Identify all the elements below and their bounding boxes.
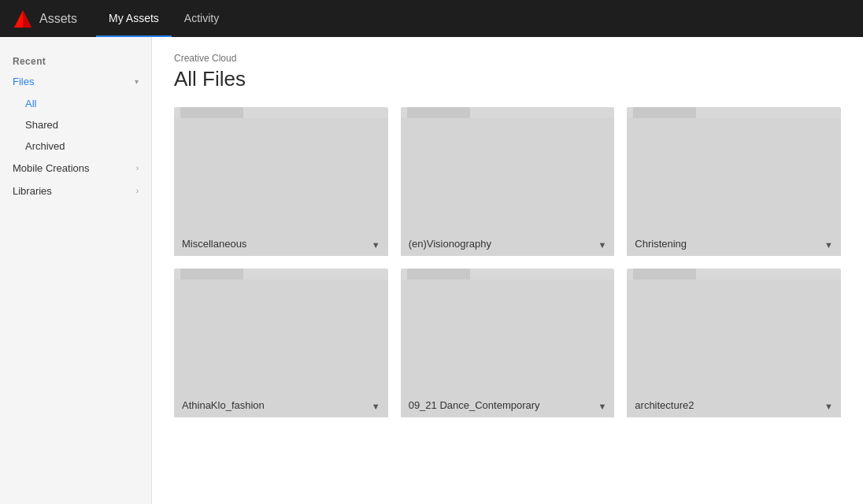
folder-body: 09_21 Dance_Contemporary ▼ — [401, 280, 615, 417]
folder-name: architecture2 — [635, 399, 694, 411]
app-title: Assets — [39, 12, 77, 26]
folder-tab — [180, 107, 243, 118]
folder-body: (en)Visionography ▼ — [401, 118, 615, 256]
recent-label: Recent — [0, 50, 151, 70]
folder-name: (en)Visionography — [409, 238, 491, 250]
folder-expand-icon[interactable]: ▼ — [824, 402, 833, 411]
folder-expand-icon[interactable]: ▼ — [824, 240, 833, 250]
folder-body: architecture2 ▼ — [627, 280, 841, 417]
folder-name: Christening — [635, 238, 687, 250]
folder-expand-icon[interactable]: ▼ — [372, 402, 380, 411]
breadcrumb: Creative Cloud — [174, 53, 841, 64]
sidebar: Recent Files ▾ All Shared Archived Mobil… — [0, 37, 152, 504]
folder-card[interactable]: AthinaKlo_fashion ▼ — [174, 269, 388, 417]
folder-expand-icon[interactable]: ▼ — [598, 240, 606, 250]
folder-expand-icon[interactable]: ▼ — [372, 240, 380, 250]
main-layout: Recent Files ▾ All Shared Archived Mobil… — [0, 37, 863, 504]
folder-tab — [633, 269, 696, 280]
logo-area: Assets — [13, 9, 77, 29]
folder-body: Christening ▼ — [627, 118, 841, 256]
folder-card[interactable]: architecture2 ▼ — [627, 269, 841, 417]
folder-tab — [407, 269, 470, 280]
folder-body: Miscellaneous ▼ — [174, 118, 388, 256]
sidebar-sub-items: All Shared Archived — [0, 93, 151, 157]
folder-card[interactable]: Miscellaneous ▼ — [174, 107, 388, 256]
folder-grid: Miscellaneous ▼ (en)Visionography ▼ Chri… — [174, 107, 841, 417]
main-content: Creative Cloud All Files Miscellaneous ▼… — [152, 37, 863, 504]
sidebar-item-files[interactable]: Files ▾ — [0, 70, 151, 93]
adobe-logo-icon — [13, 9, 33, 29]
nav-tabs: My Assets Activity — [96, 0, 231, 37]
chevron-right-icon-2: › — [136, 187, 139, 195]
tab-activity[interactable]: Activity — [172, 0, 231, 37]
folder-tab — [407, 107, 470, 118]
sidebar-item-archived[interactable]: Archived — [0, 135, 151, 157]
folder-card[interactable]: (en)Visionography ▼ — [401, 107, 615, 256]
chevron-right-icon: › — [136, 164, 139, 172]
folder-card[interactable]: 09_21 Dance_Contemporary ▼ — [401, 269, 615, 417]
sidebar-item-libraries[interactable]: Libraries › — [0, 180, 151, 202]
top-navigation: Assets My Assets Activity — [0, 0, 863, 37]
svg-marker-1 — [23, 10, 31, 28]
sidebar-item-all[interactable]: All — [0, 93, 151, 114]
folder-tab — [180, 269, 243, 280]
page-title: All Files — [174, 67, 841, 91]
sidebar-item-shared[interactable]: Shared — [0, 114, 151, 135]
tab-my-assets[interactable]: My Assets — [96, 0, 172, 37]
folder-card[interactable]: Christening ▼ — [627, 107, 841, 256]
folder-name: Miscellaneous — [182, 238, 246, 250]
chevron-down-icon: ▾ — [135, 77, 139, 86]
folder-expand-icon[interactable]: ▼ — [598, 402, 606, 411]
folder-body: AthinaKlo_fashion ▼ — [174, 280, 388, 417]
folder-name: AthinaKlo_fashion — [182, 399, 265, 411]
sidebar-item-mobile-creations[interactable]: Mobile Creations › — [0, 157, 151, 180]
folder-name: 09_21 Dance_Contemporary — [409, 399, 540, 411]
folder-tab — [633, 107, 696, 118]
